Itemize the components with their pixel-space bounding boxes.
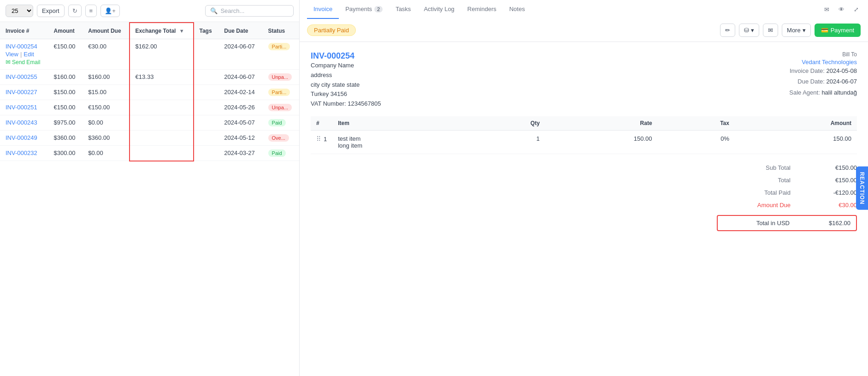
table-row[interactable]: INV-000243 $975.00 $0.00 2024-05-07 Paid — [0, 115, 299, 131]
amount-due-cell: $360.00 — [83, 131, 129, 146]
refresh-icon: ↻ — [72, 7, 77, 14]
due-date-cell: 2024-06-07 — [218, 39, 262, 70]
per-page-select[interactable]: 25 50 100 — [6, 5, 33, 17]
table-row[interactable]: INV-000232 $300.00 $0.00 2024-03-27 Paid — [0, 146, 299, 161]
invoice-table: Invoice # Amount Amount Due Exchange Tot… — [0, 22, 299, 161]
invoice-number[interactable]: INV-000249 — [6, 134, 43, 141]
col-rate: Rate — [545, 116, 658, 131]
chevron-down-icon: ⛁ ▾ — [744, 27, 754, 34]
amount-due-value: €30.00 — [802, 202, 857, 209]
list-view-button[interactable]: ≡ — [85, 5, 97, 17]
due-date-row: Due Date: 2024-06-07 — [789, 76, 857, 87]
invoice-cell: INV-000249 — [0, 131, 48, 146]
tags-cell — [194, 39, 219, 70]
vat-number: VAT Number: 1234567805 — [311, 99, 381, 109]
status-cell: Ove... — [263, 131, 299, 146]
amount-due-cell: $160.00 — [83, 70, 129, 85]
invoice-top: INV-000254 Company Name address city cit… — [311, 51, 857, 109]
invoice-number[interactable]: INV-000243 — [6, 119, 43, 126]
status-badge: Ove... — [268, 134, 289, 142]
tags-cell — [194, 131, 219, 146]
reaction-tab[interactable]: REACTION — [856, 166, 868, 210]
email-icon[interactable]: ✉ — [822, 4, 831, 15]
tab-invoice[interactable]: Invoice — [307, 0, 339, 19]
list-icon: ≡ — [89, 7, 93, 14]
amount-cell: €150.00 — [48, 39, 83, 70]
invoice-date-row: Invoice Date: 2024-05-08 — [789, 66, 857, 76]
amount-cell: $360.00 — [48, 131, 83, 146]
table-row[interactable]: INV-000255 $160.00 $160.00 €13.33 2024-0… — [0, 70, 299, 85]
exchange-total-cell — [130, 146, 194, 161]
table-row[interactable]: INV-000249 $360.00 $360.00 2024-05-12 Ov… — [0, 131, 299, 146]
invoice-number[interactable]: INV-000254 — [6, 43, 43, 50]
tab-payments[interactable]: Payments 2 — [339, 0, 389, 19]
view-link[interactable]: View — [6, 51, 18, 58]
total-usd-value: $162.00 — [801, 216, 856, 230]
edit-icon: ✏ — [725, 27, 730, 34]
drag-handle[interactable]: ⠿ — [316, 135, 321, 143]
amount-due-cell: $0.00 — [83, 146, 129, 161]
invoice-content: INV-000254 Company Name address city cit… — [300, 42, 868, 376]
item-qty: 1 — [468, 130, 545, 154]
status-cell: Paid — [263, 146, 299, 161]
eye-icon[interactable]: 👁 — [837, 4, 846, 15]
col-tags: Tags — [194, 23, 219, 39]
dropdown-button[interactable]: ⛁ ▾ — [739, 24, 759, 37]
company-name: Company Name — [311, 61, 381, 71]
tab-reminders[interactable]: Reminders — [461, 0, 503, 19]
amount-cell: $150.00 — [48, 85, 83, 100]
invoice-cell: INV-000251 — [0, 100, 48, 115]
tags-cell — [194, 146, 219, 161]
bill-to-label: Bill To — [789, 51, 857, 58]
invoice-number[interactable]: INV-000232 — [6, 149, 43, 156]
amount-due-cell: €150.00 — [83, 100, 129, 115]
divider: | — [20, 51, 22, 58]
sale-agent-row: Sale Agent: halil altundağ — [789, 87, 857, 98]
invoice-table-wrap: Invoice # Amount Amount Due Exchange Tot… — [0, 22, 299, 376]
status-badge: Unpa... — [268, 73, 292, 81]
invoice-number[interactable]: INV-000255 — [6, 73, 43, 80]
payment-button[interactable]: 💳 Payment — [815, 24, 861, 37]
amount-cell: $300.00 — [48, 146, 83, 161]
total-usd-label: Total in USD — [718, 216, 801, 230]
table-row[interactable]: INV-000251 €150.00 €150.00 2024-05-26 Un… — [0, 100, 299, 115]
col-exchange-total[interactable]: Exchange Total ▼ — [130, 23, 194, 39]
mail-button[interactable]: ✉ — [763, 24, 778, 37]
invoice-number[interactable]: INV-000251 — [6, 104, 43, 111]
subtotal-label: Sub Total — [719, 164, 802, 171]
amount-due-cell: $0.00 — [83, 115, 129, 131]
tab-notes[interactable]: Notes — [503, 0, 531, 19]
col-due-date: Due Date — [218, 23, 262, 39]
amount-due-label: Amount Due — [719, 202, 802, 209]
status-cell: Parti... — [263, 85, 299, 100]
search-icon: 🔍 — [210, 7, 218, 14]
add-user-button[interactable]: 👤+ — [100, 5, 120, 17]
bill-to-name: Vedant Technologies — [789, 59, 857, 66]
item-rate: 150.00 — [545, 130, 658, 154]
tab-activity-log[interactable]: Activity Log — [417, 0, 461, 19]
edit-button[interactable]: ✏ — [720, 24, 735, 37]
status-badge: Paid — [268, 149, 286, 157]
total-label: Total — [719, 177, 802, 184]
invoice-number[interactable]: INV-000227 — [6, 89, 43, 95]
subtotal-value: €150.00 — [802, 164, 857, 171]
city-state: city city state state — [311, 80, 381, 90]
export-button[interactable]: Export — [37, 5, 65, 17]
totals: Sub Total €150.00 Total €150.00 Total Pa… — [311, 161, 857, 231]
right-panel: Invoice Payments 2 Tasks Activity Log Re… — [300, 0, 868, 376]
amount-cell: €150.00 — [48, 100, 83, 115]
item-num: ⠿1 — [311, 130, 332, 154]
invoice-cell: INV-000254 View | Edit ✉ Send Email — [0, 39, 48, 70]
status-cell: Paid — [263, 115, 299, 131]
more-button[interactable]: More ▾ — [782, 24, 811, 37]
expand-icon[interactable]: ⤢ — [852, 4, 861, 15]
invoice-id: INV-000254 — [311, 51, 381, 61]
edit-link[interactable]: Edit — [24, 51, 34, 58]
item-tax: 0% — [658, 130, 735, 154]
send-email[interactable]: ✉ Send Email — [6, 59, 43, 66]
tab-tasks[interactable]: Tasks — [389, 0, 417, 19]
table-row[interactable]: INV-000254 View | Edit ✉ Send Email €150… — [0, 39, 299, 70]
table-row[interactable]: INV-000227 $150.00 $15.00 2024-02-14 Par… — [0, 85, 299, 100]
refresh-button[interactable]: ↻ — [68, 5, 82, 17]
search-input[interactable] — [220, 7, 289, 14]
